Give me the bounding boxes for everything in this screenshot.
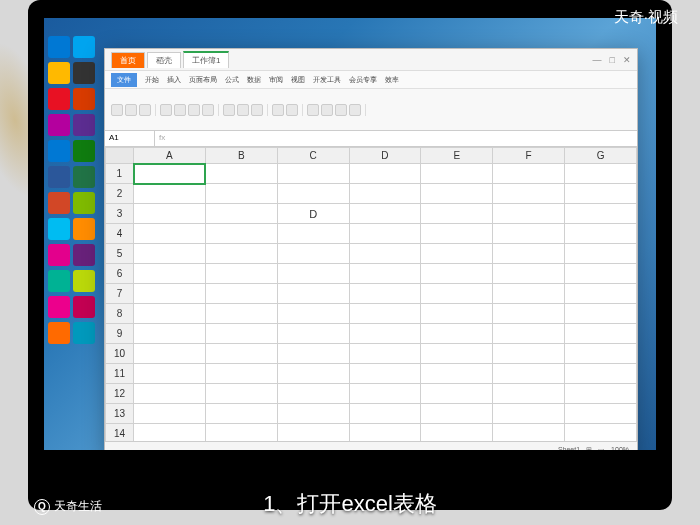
column-header[interactable]: E [421,148,493,164]
ribbon-btn[interactable] [237,104,249,116]
cell[interactable] [493,264,565,284]
desktop-app-icon[interactable] [48,36,70,58]
cell[interactable] [205,284,277,304]
menu-file[interactable]: 文件 [111,73,137,87]
desktop-app-icon[interactable] [48,244,70,266]
cell[interactable] [565,304,637,324]
menu-item[interactable]: 视图 [291,75,305,85]
cell[interactable] [565,204,637,224]
desktop-app-icon[interactable] [73,244,95,266]
cell[interactable] [134,404,206,424]
ribbon-btn[interactable] [349,104,361,116]
desktop-app-icon[interactable] [73,114,95,136]
desktop-app-icon[interactable] [48,166,70,188]
cell[interactable] [349,364,421,384]
cell[interactable] [421,404,493,424]
ribbon-btn[interactable] [272,104,284,116]
cell[interactable] [205,344,277,364]
maximize-icon[interactable]: □ [610,55,615,65]
formula-input[interactable]: fx [155,131,637,146]
menu-item[interactable]: 会员专享 [349,75,377,85]
cell[interactable] [565,324,637,344]
cell[interactable] [421,224,493,244]
menu-item[interactable]: 开始 [145,75,159,85]
cell[interactable] [493,404,565,424]
cell[interactable] [277,324,349,344]
desktop-app-icon[interactable] [73,88,95,110]
tab-file1[interactable]: 稻壳 [147,52,181,68]
row-header[interactable]: 1 [106,164,134,184]
row-header[interactable]: 6 [106,264,134,284]
cell[interactable] [421,384,493,404]
cell[interactable] [493,324,565,344]
row-header[interactable]: 2 [106,184,134,204]
cell[interactable] [565,184,637,204]
name-box[interactable]: A1 [105,131,155,146]
ribbon-btn[interactable] [286,104,298,116]
cell[interactable] [421,204,493,224]
cell[interactable] [421,364,493,384]
cell[interactable] [349,284,421,304]
cell[interactable] [565,284,637,304]
cell[interactable] [349,184,421,204]
cell[interactable] [565,164,637,184]
cell[interactable] [349,344,421,364]
row-header[interactable]: 10 [106,344,134,364]
cell[interactable] [205,224,277,244]
cell[interactable] [205,364,277,384]
cell[interactable] [277,244,349,264]
row-header[interactable]: 9 [106,324,134,344]
cell[interactable] [205,384,277,404]
desktop-app-icon[interactable] [48,62,70,84]
ribbon-btn[interactable] [307,104,319,116]
cell[interactable] [277,304,349,324]
cell[interactable] [205,204,277,224]
column-header[interactable]: C [277,148,349,164]
cell[interactable] [205,164,277,184]
desktop-app-icon[interactable] [48,270,70,292]
menu-item[interactable]: 数据 [247,75,261,85]
cell[interactable] [134,364,206,384]
row-header[interactable]: 5 [106,244,134,264]
cell[interactable] [565,364,637,384]
cell[interactable] [493,384,565,404]
ribbon-btn[interactable] [125,104,137,116]
desktop-app-icon[interactable] [48,218,70,240]
row-header[interactable]: 12 [106,384,134,404]
row-header[interactable]: 11 [106,364,134,384]
close-icon[interactable]: ✕ [623,55,631,65]
ribbon-btn[interactable] [160,104,172,116]
cell[interactable] [421,164,493,184]
row-header[interactable]: 14 [106,424,134,442]
desktop-app-icon[interactable] [73,36,95,58]
cell[interactable] [493,344,565,364]
cell[interactable] [493,184,565,204]
cell[interactable] [134,344,206,364]
cell[interactable] [277,264,349,284]
cell[interactable] [277,424,349,442]
view-icon[interactable]: ⊞ [586,446,592,451]
desktop-app-icon[interactable] [73,192,95,214]
cell[interactable] [277,164,349,184]
ribbon-btn[interactable] [202,104,214,116]
ribbon-btn[interactable] [321,104,333,116]
row-header[interactable]: 8 [106,304,134,324]
desktop-app-icon[interactable] [73,218,95,240]
desktop-app-icon[interactable] [73,270,95,292]
cell[interactable] [565,244,637,264]
cell[interactable] [349,424,421,442]
cell[interactable] [349,164,421,184]
row-header[interactable]: 13 [106,404,134,424]
cell[interactable] [421,184,493,204]
cell[interactable]: D [277,204,349,224]
desktop-app-icon[interactable] [73,322,95,344]
tab-file2[interactable]: 工作簿1 [183,51,229,68]
cell[interactable] [277,364,349,384]
tab-home[interactable]: 首页 [111,52,145,68]
cell[interactable] [349,224,421,244]
cell[interactable] [205,264,277,284]
row-header[interactable]: 3 [106,204,134,224]
cell[interactable] [565,404,637,424]
desktop-app-icon[interactable] [48,322,70,344]
cell[interactable] [421,344,493,364]
